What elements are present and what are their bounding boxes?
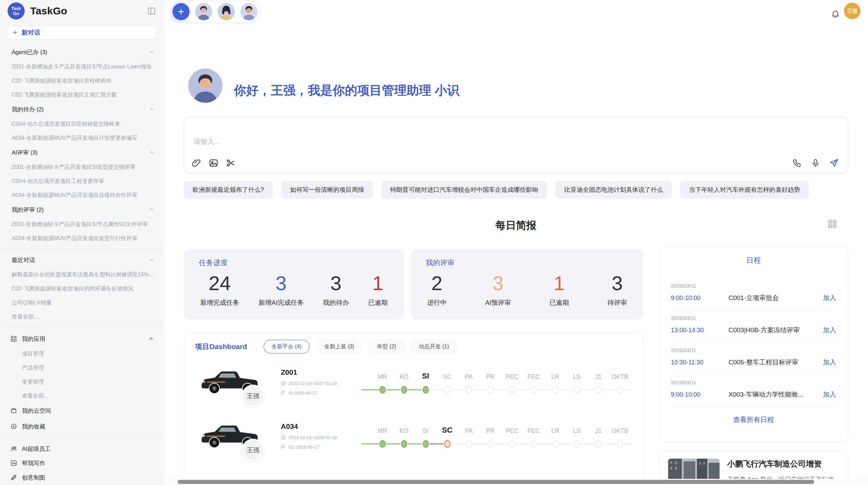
milestone-dot [595, 386, 602, 394]
filter-chip[interactable]: 年型 (2) [369, 340, 404, 353]
people-icon [10, 445, 17, 452]
layout-grid-icon[interactable] [828, 219, 837, 229]
new-chat-button[interactable]: 新对话 [7, 25, 157, 40]
view-all-link[interactable]: 查看全部... [0, 389, 164, 403]
list-item[interactable]: C0X4-动力总成开发项目工程变更评审 [0, 174, 164, 188]
chevron-up-icon[interactable] [148, 257, 155, 263]
join-link[interactable]: 加入 [823, 390, 836, 399]
sidebar-item-creative-draw[interactable]: 创意制图 [0, 470, 164, 485]
chevron-up-icon[interactable] [148, 49, 155, 55]
sidebar-item-ai-staff[interactable]: AI超级员工 [0, 442, 164, 456]
notification-bell-icon[interactable] [831, 9, 840, 18]
list-item[interactable]: A034-全新新能源MUV产品开发项目计划变更表编写 [0, 131, 164, 145]
list-item[interactable]: 解释最新出台的欧盟报废车法规再生塑料比例被调至15%... [0, 268, 164, 282]
milestone-dot [379, 386, 386, 394]
schedule-date: 2025/03/11 [671, 283, 836, 289]
greeting-text: 你好，王强，我是你的项目管理助理 小识 [234, 82, 459, 99]
stat-value: 2 [427, 272, 447, 294]
milestone-dot [574, 440, 580, 448]
schedule-item: 2025/03/11 9:00-10:00 X003-车辆动力学性能验... 加… [671, 375, 836, 407]
view-all-link[interactable]: 查看全部... [0, 310, 164, 324]
list-item[interactable]: Z001-全新燃油轻卡产品开发项目SI节点属性5D文件评审 [0, 217, 164, 231]
sidebar-item-label: 我的云空间 [22, 407, 51, 415]
suggestion-chip[interactable]: 欧洲新规最近颁布了什么? [184, 181, 273, 199]
list-item[interactable]: 公司Q3轻卡销量 [0, 296, 164, 310]
project-row[interactable]: 王强 Z001 2023-12-19~2027-01-19 SI-2025-05… [184, 355, 643, 409]
join-link[interactable]: 加入 [823, 326, 836, 335]
view-all-schedule-link[interactable]: 查看所有日程 [671, 415, 836, 424]
chevron-up-icon[interactable] [148, 149, 155, 156]
logo-text-bottom: Go [13, 11, 19, 16]
flag-icon [281, 390, 286, 396]
filter-chip[interactable]: 动总开发 (1) [411, 340, 457, 353]
list-item[interactable]: C02-飞腾新能源轻客改款项目里程碑画布 [0, 74, 164, 88]
sidebar-item-project-mgmt[interactable]: 项目管理 [0, 347, 164, 361]
suggestion-chip[interactable]: 当下年轻人对汽车外观有怎样的喜好趋势 [680, 181, 809, 199]
daily-brief-title: 每日简报 [184, 219, 848, 233]
list-item[interactable]: A034-全新新能源MUV产品开发项目法规符合性评审 [0, 188, 164, 202]
section-agent-done[interactable]: Agent已办 (3) [0, 45, 164, 60]
suggestion-chip[interactable]: 比亚迪全固态电池计划具体说了什么 [555, 181, 672, 199]
project-row[interactable]: 王强 A034 2023-12-19~2026-01-19 SC-2025-05… [184, 409, 643, 463]
milestone-label: SI [415, 424, 436, 435]
list-item[interactable]: Z001-全新燃油轻卡产品开发项目SI造型提交物评审 [0, 160, 164, 174]
section-my-review[interactable]: 我的评审 (2) [0, 202, 164, 217]
list-item[interactable]: C0X4-动力总成开发项目SI里程碑提交物检查 [0, 117, 164, 131]
filter-chip[interactable]: 全新上装 (3) [316, 340, 362, 353]
sidebar-item-favorites[interactable]: 我的收藏 [0, 419, 164, 434]
suggestion-chip[interactable]: 特朗普可能对进口汽车增税会对中国车企造成哪些影响 [381, 181, 547, 199]
filter-chip[interactable]: 全新平台 (4) [264, 340, 310, 353]
chat-input[interactable] [184, 117, 848, 173]
sidebar-item-label: AI超级员工 [22, 445, 51, 453]
stat-overdue: 1 已逾期 [550, 272, 569, 307]
schedule-item: 2025/03/11 10:30-11:30 C005-整车工程目标评审 加入 [671, 343, 836, 375]
chevron-up-icon[interactable] [148, 106, 155, 112]
sidebar-collapse-icon[interactable] [147, 7, 156, 15]
project-flag-milestone: SC-2025-05-17 [289, 445, 319, 450]
paperclip-icon[interactable] [192, 158, 201, 168]
avatar[interactable] [218, 3, 235, 20]
list-item[interactable]: Z001-全新燃油皮卡产品开发项目SI节点Lesson Learn报告 [0, 60, 164, 74]
new-session-button[interactable] [172, 3, 190, 20]
milestone-dot [531, 386, 537, 394]
chevron-up-icon[interactable] [148, 335, 155, 342]
clock-icon [281, 381, 286, 386]
milestone-dot [423, 440, 429, 448]
join-link[interactable]: 加入 [823, 294, 836, 302]
stat-ai-done: 3 新增AI完成任务 [258, 272, 304, 307]
chevron-up-icon[interactable] [148, 207, 155, 213]
sidebar-item-product-mgmt[interactable]: 产品管理 [0, 361, 164, 375]
stat-value: 3 [607, 272, 627, 294]
sidebar-item-change-mgmt[interactable]: 变更管理 [0, 375, 164, 389]
suggestion-chip[interactable]: 如何写一份清晰的项目周报 [281, 181, 373, 199]
sidebar-item-write-helper[interactable]: 帮我写作 [0, 456, 164, 470]
send-icon[interactable] [829, 158, 839, 168]
sidebar-item-cloud-space[interactable]: 我的云空间 [0, 403, 164, 419]
composer-attachment-tools [192, 158, 236, 168]
section-recent-chats[interactable]: 最近对话 [0, 252, 164, 268]
sidebar-item-my-apps[interactable]: 我的应用 [0, 331, 164, 347]
section-my-todo[interactable]: 我的待办 (2) [0, 102, 164, 117]
avatar[interactable] [195, 3, 212, 20]
scissors-icon[interactable] [226, 158, 236, 168]
stat-new-done: 24 新增完成任务 [200, 272, 239, 307]
stat-value: 3 [323, 272, 349, 294]
dashboard-filters: 全新平台 (4) 全新上装 (3) 年型 (2) 动总开发 (1) [264, 340, 457, 353]
flag-icon [281, 445, 286, 450]
list-item[interactable]: A034-全新新能源MUV产品开发项目造型可行性评审 [0, 231, 164, 245]
avatar[interactable] [240, 3, 257, 20]
stat-label: AI预评审 [485, 298, 511, 307]
plus-icon [177, 8, 185, 16]
milestone-dot [509, 386, 515, 394]
section-ai-review[interactable]: AI评审 (3) [0, 145, 164, 160]
image-icon[interactable] [209, 158, 218, 168]
list-item[interactable]: C02-飞腾新能源轻客改款项目立项汇报方案 [0, 88, 164, 102]
scrollbar-thumb[interactable] [178, 480, 814, 484]
mic-icon[interactable] [811, 158, 820, 168]
news-title: 小鹏飞行汽车制造公司增资 [727, 459, 839, 469]
list-item[interactable]: C02-飞腾新能源轻客改款项目的闭环通告反馈情况 [0, 282, 164, 296]
stat-label: 已逾期 [550, 298, 569, 307]
join-link[interactable]: 加入 [823, 358, 836, 367]
phone-icon[interactable] [792, 158, 802, 168]
user-avatar[interactable]: 王强 [844, 3, 860, 19]
